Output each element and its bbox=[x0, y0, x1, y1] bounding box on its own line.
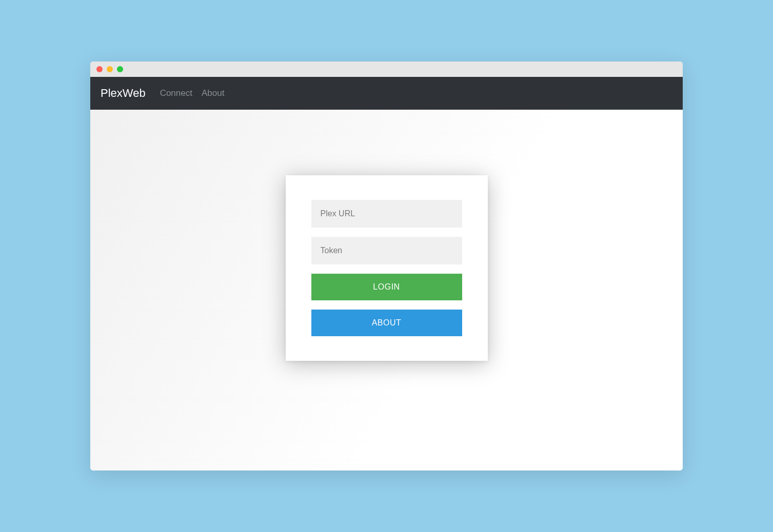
nav-link-connect[interactable]: Connect bbox=[160, 88, 192, 98]
window-minimize-icon[interactable] bbox=[107, 66, 113, 72]
browser-window: PlexWeb Connect About LOGIN ABOUT bbox=[90, 62, 683, 470]
login-button[interactable]: LOGIN bbox=[311, 274, 462, 300]
nav-links: Connect About bbox=[158, 88, 225, 98]
brand-title: PlexWeb bbox=[101, 87, 146, 100]
login-card: LOGIN ABOUT bbox=[286, 175, 488, 361]
window-maximize-icon[interactable] bbox=[117, 66, 123, 72]
content-area: LOGIN ABOUT bbox=[90, 110, 683, 470]
about-button[interactable]: ABOUT bbox=[311, 310, 462, 336]
token-input[interactable] bbox=[311, 237, 462, 264]
navbar: PlexWeb Connect About bbox=[90, 77, 683, 110]
window-titlebar bbox=[90, 62, 683, 77]
nav-link-about[interactable]: About bbox=[202, 88, 224, 98]
plex-url-input[interactable] bbox=[311, 200, 462, 228]
window-close-icon[interactable] bbox=[96, 66, 103, 72]
